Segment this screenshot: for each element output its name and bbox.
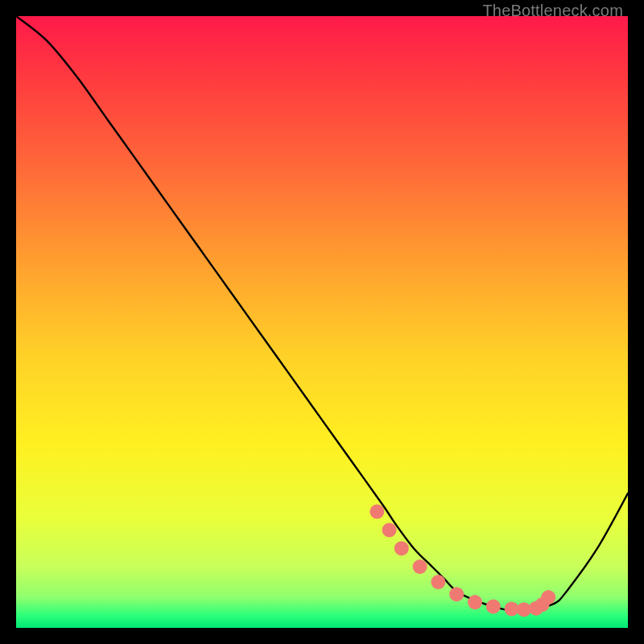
plot-area xyxy=(16,16,628,628)
chart-frame: TheBottleneck.com xyxy=(16,16,628,628)
marker-point xyxy=(369,505,384,519)
highlighted-points xyxy=(369,505,555,617)
bottleneck-curve xyxy=(16,16,628,610)
marker-point xyxy=(449,587,464,601)
marker-point xyxy=(382,522,397,537)
marker-point xyxy=(394,541,409,555)
marker-point xyxy=(431,575,445,589)
marker-point xyxy=(468,595,482,609)
marker-point xyxy=(486,599,501,613)
marker-point xyxy=(541,590,555,605)
curve-layer xyxy=(16,16,628,628)
marker-point xyxy=(413,559,427,574)
marker-point xyxy=(517,602,531,617)
